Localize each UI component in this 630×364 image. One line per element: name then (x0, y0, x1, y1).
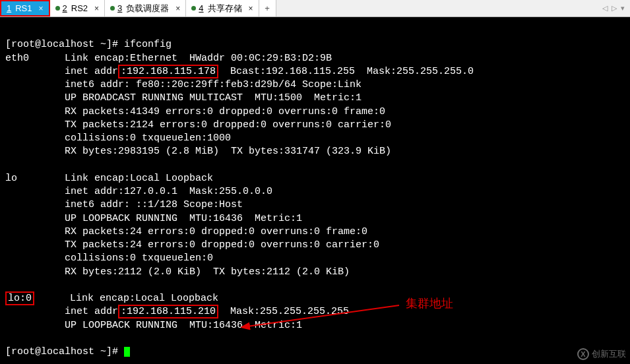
tab-load-balancer[interactable]: 3 负载调度器 × (105, 0, 186, 16)
terminal-line: RX bytes:2983195 (2.8 MiB) TX bytes:3317… (65, 146, 391, 157)
tab-number: 2 (63, 3, 67, 13)
terminal-line: Link encap:Local Loopback (65, 173, 213, 184)
terminal-line: RX packets:41349 errors:0 dropped:0 over… (65, 106, 385, 117)
tab-shared-storage[interactable]: 4 共享存储 × (186, 0, 259, 16)
highlighted-iface: lo:0 (5, 291, 34, 305)
close-icon[interactable]: × (249, 4, 253, 13)
tab-rs1[interactable]: 1 RS1 × (0, 0, 50, 16)
tab-label: 共享存储 (208, 3, 242, 15)
iface-name: lo (5, 173, 17, 184)
close-icon[interactable]: × (39, 4, 44, 13)
tab-rs2[interactable]: 2 RS2 × (50, 0, 106, 16)
status-dot-icon (55, 6, 60, 11)
status-dot-icon (110, 6, 115, 11)
tab-label: 负载调度器 (126, 3, 169, 15)
scroll-left-icon[interactable]: ◁ (602, 4, 608, 13)
watermark-logo-icon: X (577, 348, 589, 360)
terminal-line: Link encap:Local Loopback (70, 293, 218, 304)
terminal-line: UP LOOPBACK RUNNING MTU:16436 Metric:1 (65, 320, 302, 331)
terminal-line: TX packets:2124 errors:0 dropped:0 overr… (65, 119, 391, 131)
tab-menu-icon[interactable]: ▾ (621, 4, 625, 13)
add-tab-button[interactable]: + (259, 0, 276, 16)
terminal-line: inet6 addr: ::1/128 Scope:Host (65, 199, 243, 210)
tab-bar: 1 RS1 × 2 RS2 × 3 负载调度器 × 4 共享存储 × + ◁ ▷… (0, 0, 630, 17)
terminal-line: collisions:0 txqueuelen:1000 (65, 133, 231, 144)
command: ifconfig (124, 39, 172, 50)
highlighted-ip: :192.168.115.210 (118, 305, 218, 318)
tab-number: 1 (7, 3, 11, 13)
terminal-line: inet addr (65, 306, 118, 317)
status-dot-icon (191, 6, 196, 11)
prompt: [root@localhost ~]# (5, 346, 124, 357)
watermark-text: 创新互联 (592, 348, 626, 360)
cursor-icon (124, 347, 130, 357)
terminal-line: TX packets:24 errors:0 dropped:0 overrun… (65, 239, 379, 251)
tab-scroll-controls: ◁ ▷ ▾ (597, 0, 630, 16)
terminal-line: RX packets:24 errors:0 dropped:0 overrun… (65, 226, 367, 237)
terminal-line: UP BROADCAST RUNNING MULTICAST MTU:1500 … (65, 92, 362, 104)
terminal-line: collisions:0 txqueuelen:0 (65, 253, 213, 264)
annotation-label: 集群地址 (406, 295, 453, 311)
terminal-line: inet addr:127.0.0.1 Mask:255.0.0.0 (65, 186, 272, 197)
prompt: [root@localhost ~]# (5, 39, 124, 50)
terminal-line: Link encap:Ethernet HWaddr 00:0C:29:B3:D… (65, 53, 332, 64)
terminal-line: Bcast:192.168.115.255 Mask:255.255.255.0 (218, 66, 474, 77)
tab-number: 3 (117, 3, 122, 13)
terminal-line: inet6 addr: fe80::20c:29ff:feb3:d29b/64 … (65, 79, 362, 90)
terminal-line: UP LOOPBACK RUNNING MTU:16436 Metric:1 (65, 213, 302, 224)
highlighted-ip: :192.168.115.178 (118, 65, 218, 78)
terminal[interactable]: [root@localhost ~]# ifconfig eth0 Link e… (0, 17, 630, 361)
terminal-line: inet addr (65, 66, 118, 77)
close-icon[interactable]: × (175, 4, 180, 13)
tab-label: RS1 (15, 3, 32, 13)
terminal-line: Mask:255.255.255.255 (218, 306, 349, 317)
tab-number: 4 (199, 3, 203, 13)
close-icon[interactable]: × (94, 4, 99, 13)
tab-label: RS2 (71, 3, 88, 13)
scroll-right-icon[interactable]: ▷ (612, 4, 617, 13)
terminal-line: RX bytes:2112 (2.0 KiB) TX bytes:2112 (2… (65, 266, 350, 278)
watermark: X 创新互联 (577, 348, 626, 360)
iface-name: eth0 (5, 53, 29, 64)
plus-icon: + (265, 3, 270, 13)
